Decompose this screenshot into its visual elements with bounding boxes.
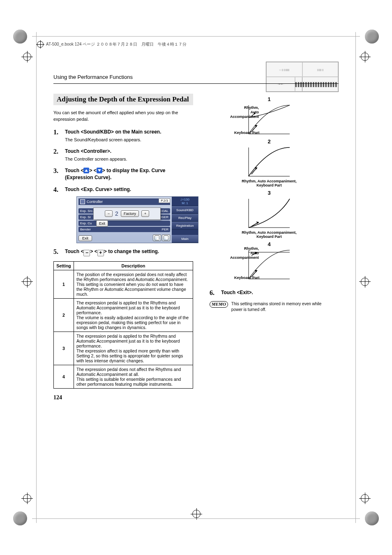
curve-figure-4: 4 Rhythm, Auto Accompaniment Keyboard Pa… <box>234 241 304 281</box>
curve-figure-1: 1 Rhythm, Auto Accompaniment Keyboard Pa… <box>234 96 304 136</box>
table-header-description: Description <box>74 261 193 270</box>
curve-label-keyboard: Keyboard Part <box>234 131 260 135</box>
step-1-head: Touch <Sound/KBD> on the Main screen. <box>65 129 193 136</box>
curve-label-rhythm: Rhythm, Auto Accompaniment <box>225 246 259 260</box>
step-1-sub: The Sound/Keyboard screen appears. <box>65 137 193 143</box>
step-1: Touch <Sound/KBD> on the Main screen. Th… <box>53 129 193 143</box>
svg-marker-14 <box>255 270 257 272</box>
section-title: Adjusting the Depth of the Expression Pe… <box>53 94 193 105</box>
screen-tempo: ♩=130M: 1 <box>172 197 198 206</box>
registration-mark <box>192 510 201 518</box>
step-4-head: Touch <Exp. Curve> setting. <box>65 186 193 193</box>
screen-page-indicator: P.2/3 <box>159 198 170 203</box>
screen-exit-button: Exit <box>78 235 92 241</box>
popup-minus-button: − <box>105 210 113 217</box>
table-row: 2 The expression pedal is applied to the… <box>54 298 193 332</box>
screen-value-popup: − 2 Factory + Exit <box>93 207 161 220</box>
registration-mark <box>23 53 31 61</box>
curve-label-keyboard: Keyboard Part <box>234 276 260 280</box>
framemaker-header: AT-500_e.book 124 ページ ２００８年７月２８日 月曜日 午後４… <box>37 41 355 48</box>
step-6: Touch <Exit>. <box>210 289 329 296</box>
screen-row-bender: BenderPER <box>78 227 170 232</box>
printer-corner-mark <box>13 30 27 44</box>
printer-corner-mark <box>365 30 379 44</box>
step-2-head: Touch <Controller>. <box>65 148 193 155</box>
curve-caption: Rhythm, Auto Accompaniment, Keyboard Par… <box>234 230 304 239</box>
table-row: 4 The expression pedal does not affect t… <box>54 365 193 388</box>
up-arrow-icon <box>83 168 89 173</box>
printer-corner-mark <box>13 511 27 525</box>
step-6-head: Touch <Exit>. <box>221 289 329 296</box>
step-5-head: Touch <−> <+> to change the setting. <box>65 248 193 256</box>
section-intro: You can set the amount of effect applied… <box>53 110 193 123</box>
printer-corner-mark <box>365 511 379 525</box>
table-header-setting: Setting <box>54 261 74 270</box>
popup-value: 2 <box>115 210 118 217</box>
screen-title-bar: Controller <box>78 198 170 205</box>
popup-plus-button: + <box>141 210 149 217</box>
down-arrow-icon <box>97 168 102 173</box>
heading-rule <box>53 83 339 84</box>
screen-side-sound-kbd: Sound/KBD <box>172 206 198 214</box>
curve-label-rhythm: Rhythm, Auto Accompaniment <box>225 106 259 119</box>
popup-factory-button: Factory <box>121 210 139 217</box>
plus-button-icon: + <box>97 250 104 256</box>
step-5: Touch <−> <+> to change the setting. <box>53 248 193 256</box>
step-2-sub: The Controller screen appears. <box>65 156 193 162</box>
memo-badge: MEMO <box>210 301 228 308</box>
svg-marker-3 <box>255 125 257 127</box>
svg-marker-6 <box>255 167 257 170</box>
popup-exit-button: Exit <box>96 220 108 227</box>
header-text: AT-500_e.book 124 ページ ２００８年７月２８日 月曜日 午後４… <box>46 41 187 47</box>
curve-figure-3: 3 Rhythm, Auto Accompaniment, Keyboard P… <box>234 190 304 239</box>
page-number: 124 <box>53 394 62 401</box>
table-row: 3 The expression pedal is applied to the… <box>54 332 193 365</box>
registration-mark <box>361 278 369 286</box>
running-head: Using the Performance Functions <box>53 74 339 80</box>
registration-mark <box>23 494 31 502</box>
screen-side-rec-play: Rec/Play <box>172 214 198 222</box>
registration-mark <box>23 278 31 286</box>
screen-side-registration: Registration <box>172 222 198 230</box>
up-arrow-icon <box>153 235 161 241</box>
minus-button-icon: − <box>83 250 90 256</box>
registration-mark-icon <box>37 41 44 48</box>
memo-text: This setting remains stored in memory ev… <box>231 301 329 313</box>
step-3: Touch <> <> to display the Exp. Curve (E… <box>53 167 193 181</box>
memo-note: MEMO This setting remains stored in memo… <box>210 301 329 313</box>
table-row: 1 The position of the expression pedal d… <box>54 270 193 298</box>
screen-row-exp-cu: Exp. Cu <box>78 221 170 226</box>
step-3-head: Touch <> <> to display the Exp. Curve (E… <box>65 167 193 181</box>
step-4: Touch <Exp. Curve> setting. Controller P… <box>53 186 193 243</box>
curve-figure-2: 2 Rhythm, Auto Accompaniment, Keyboard P… <box>234 138 304 187</box>
registration-mark <box>361 494 369 502</box>
step-2: Touch <Controller>. The Controller scree… <box>53 148 193 162</box>
settings-table: Setting Description 1 The position of th… <box>53 261 193 389</box>
controller-screen-illustration: Controller P.2/3 Exp. Src. (Rec)PEDAL Ex… <box>76 196 198 243</box>
curve-caption: Rhythm, Auto Accompaniment, Keyboard Par… <box>234 179 304 187</box>
page-content: Using the Performance Functions Adjustin… <box>53 74 339 389</box>
screen-nav-arrows <box>153 235 170 241</box>
registration-mark <box>361 53 369 61</box>
controller-icon <box>80 199 85 204</box>
screen-side-main: Main <box>172 235 198 243</box>
down-arrow-icon <box>162 235 170 241</box>
